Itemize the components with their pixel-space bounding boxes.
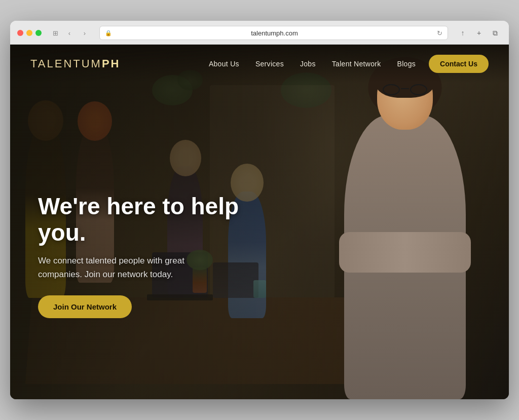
minimize-window-button[interactable] (26, 30, 32, 36)
browser-window: ⊞ ‹ › 🔒 talentumph.com ↻ ↑ + ⧉ (10, 21, 509, 399)
logo-ph: PH (102, 57, 121, 70)
join-network-button[interactable]: Join Our Network (38, 295, 132, 318)
nav-item-services[interactable]: Services (248, 57, 291, 71)
browser-navigation: ⊞ ‹ › (50, 27, 91, 39)
back-button[interactable]: ‹ (63, 27, 76, 39)
address-bar[interactable]: 🔒 talentumph.com ↻ (99, 26, 448, 40)
hero-content: We're here to help you. We connect talen… (38, 193, 281, 318)
logo-talentum: TALENTUM (30, 57, 102, 70)
forward-button[interactable]: › (78, 27, 91, 39)
website-content: TALENTUM PH About Us Services Jobs Talen… (10, 45, 509, 399)
new-tab-button[interactable]: + (472, 27, 486, 39)
nav-links: About Us Services Jobs Talent Network Bl… (202, 55, 489, 73)
nav-item-jobs[interactable]: Jobs (293, 57, 323, 71)
glasses-left-lens (383, 84, 400, 95)
hero-subtitle: We connect talented people with great co… (38, 254, 220, 281)
contact-us-button[interactable]: Contact Us (429, 55, 489, 73)
hero-woman-figure (311, 55, 499, 399)
share-button[interactable]: ↑ (456, 27, 469, 39)
close-window-button[interactable] (17, 30, 23, 36)
url-display: talentumph.com (116, 29, 433, 37)
nav-item-talent-network[interactable]: Talent Network (325, 57, 388, 71)
glasses-right-lens (410, 84, 427, 95)
nav-item-blogs[interactable]: Blogs (390, 57, 423, 71)
nav-item-about-us[interactable]: About Us (202, 57, 246, 71)
hero-title: We're here to help you. (38, 193, 281, 247)
reload-button[interactable]: ↻ (437, 29, 442, 37)
browser-action-buttons: ↑ + ⧉ (456, 27, 502, 39)
maximize-window-button[interactable] (35, 30, 42, 36)
woman-glasses (383, 84, 427, 95)
navbar: TALENTUM PH About Us Services Jobs Talen… (10, 45, 509, 83)
logo[interactable]: TALENTUM PH (30, 57, 121, 70)
window-control[interactable]: ⊞ (50, 27, 61, 39)
copy-button[interactable]: ⧉ (489, 27, 502, 39)
woman-arms (339, 232, 471, 273)
browser-chrome: ⊞ ‹ › 🔒 talentumph.com ↻ ↑ + ⧉ (10, 21, 509, 45)
security-icon: 🔒 (105, 30, 112, 36)
traffic-lights (17, 30, 42, 36)
glasses-bridge (401, 88, 409, 89)
